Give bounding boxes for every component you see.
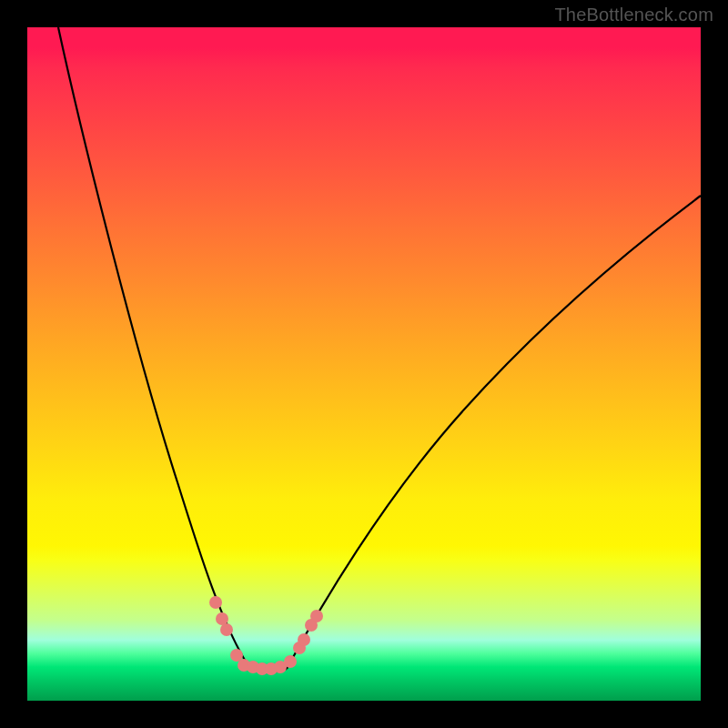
valley-dot bbox=[209, 596, 222, 609]
valley-dot bbox=[220, 623, 233, 636]
valley-dots-group bbox=[209, 596, 323, 675]
curve-layer bbox=[27, 27, 701, 701]
valley-dot bbox=[298, 633, 310, 646]
valley-dot bbox=[310, 610, 323, 622]
valley-dot bbox=[216, 612, 228, 625]
plot-area bbox=[27, 27, 701, 701]
left-curve bbox=[58, 27, 250, 669]
right-curve bbox=[287, 196, 701, 669]
chart-frame: TheBottleneck.com bbox=[0, 0, 728, 728]
valley-dot bbox=[284, 655, 297, 668]
watermark-text: TheBottleneck.com bbox=[554, 5, 713, 25]
